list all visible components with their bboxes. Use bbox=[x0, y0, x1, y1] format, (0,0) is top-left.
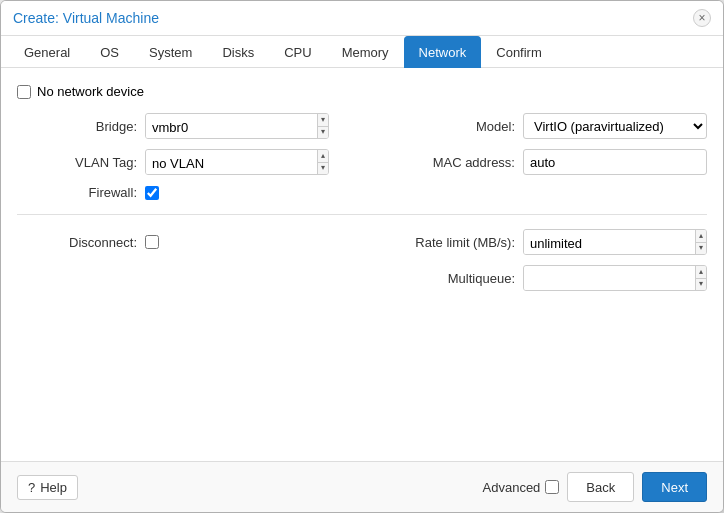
tab-memory[interactable]: Memory bbox=[327, 36, 404, 68]
bridge-select-wrapper[interactable]: ▾ ▾ bbox=[145, 113, 329, 139]
model-select[interactable]: VirtIO (paravirtualized) bbox=[523, 113, 707, 139]
close-button[interactable]: × bbox=[693, 9, 711, 27]
firewall-cell bbox=[145, 186, 329, 200]
mac-input[interactable] bbox=[523, 149, 707, 175]
help-button[interactable]: ? Help bbox=[17, 475, 78, 500]
disconnect-cell bbox=[145, 235, 329, 249]
vlan-spin-btns: ▴ ▾ bbox=[317, 150, 328, 174]
disconnect-label: Disconnect: bbox=[17, 235, 137, 250]
multiqueue-spin-up[interactable]: ▴ bbox=[696, 266, 706, 279]
multiqueue-spinbox[interactable]: ▴ ▾ bbox=[523, 265, 707, 291]
rate-spin-up[interactable]: ▴ bbox=[696, 230, 706, 243]
no-network-checkbox[interactable] bbox=[17, 85, 31, 99]
tab-general[interactable]: General bbox=[9, 36, 85, 68]
bridge-spin-btns: ▾ ▾ bbox=[317, 114, 328, 138]
multiqueue-spin-down[interactable]: ▾ bbox=[696, 279, 706, 291]
network-form: Bridge: ▾ ▾ Model: VirtIO (paravirtualiz… bbox=[17, 113, 707, 291]
vlan-input[interactable] bbox=[146, 150, 317, 175]
vlan-label: VLAN Tag: bbox=[17, 155, 137, 170]
bridge-spin-up[interactable]: ▾ bbox=[318, 114, 328, 127]
footer-left: ? Help bbox=[17, 475, 78, 500]
dialog-title: Create: Virtual Machine bbox=[13, 10, 159, 26]
multiqueue-spin-btns: ▴ ▾ bbox=[695, 266, 706, 290]
rate-label: Rate limit (MB/s): bbox=[375, 235, 515, 250]
model-label: Model: bbox=[375, 119, 515, 134]
no-network-label: No network device bbox=[37, 84, 144, 99]
advanced-checkbox[interactable] bbox=[545, 480, 559, 494]
bridge-spin-down[interactable]: ▾ bbox=[318, 127, 328, 139]
tab-bar: General OS System Disks CPU Memory Netwo… bbox=[1, 36, 723, 68]
rate-input[interactable] bbox=[524, 230, 695, 255]
tab-network[interactable]: Network bbox=[404, 36, 482, 68]
help-icon: ? bbox=[28, 480, 35, 495]
footer-right: Advanced Back Next bbox=[483, 472, 707, 502]
vlan-spinbox[interactable]: ▴ ▾ bbox=[145, 149, 329, 175]
next-button[interactable]: Next bbox=[642, 472, 707, 502]
firewall-checkbox[interactable] bbox=[145, 186, 159, 200]
rate-spin-btns: ▴ ▾ bbox=[695, 230, 706, 254]
tab-os[interactable]: OS bbox=[85, 36, 134, 68]
multiqueue-input[interactable] bbox=[524, 266, 695, 291]
mac-label: MAC address: bbox=[375, 155, 515, 170]
rate-spin-down[interactable]: ▾ bbox=[696, 243, 706, 255]
bridge-label: Bridge: bbox=[17, 119, 137, 134]
title-bar: Create: Virtual Machine × bbox=[1, 1, 723, 36]
tab-system[interactable]: System bbox=[134, 36, 207, 68]
no-network-row: No network device bbox=[17, 84, 707, 99]
create-vm-dialog: Create: Virtual Machine × General OS Sys… bbox=[0, 0, 724, 513]
separator bbox=[17, 214, 707, 215]
tab-disks[interactable]: Disks bbox=[207, 36, 269, 68]
disconnect-checkbox[interactable] bbox=[145, 235, 159, 249]
advanced-label: Advanced bbox=[483, 480, 541, 495]
back-button[interactable]: Back bbox=[567, 472, 634, 502]
advanced-check-label[interactable]: Advanced bbox=[483, 480, 560, 495]
firewall-label: Firewall: bbox=[17, 185, 137, 200]
multiqueue-label: Multiqueue: bbox=[375, 271, 515, 286]
model-select-wrapper[interactable]: VirtIO (paravirtualized) bbox=[523, 113, 707, 139]
vlan-spin-up[interactable]: ▴ bbox=[318, 150, 328, 163]
bridge-input[interactable] bbox=[146, 114, 317, 139]
tab-cpu[interactable]: CPU bbox=[269, 36, 326, 68]
form-content: No network device Bridge: ▾ ▾ Model: Vir… bbox=[1, 68, 723, 461]
vlan-spin-down[interactable]: ▾ bbox=[318, 163, 328, 175]
rate-spinbox[interactable]: ▴ ▾ bbox=[523, 229, 707, 255]
tab-confirm[interactable]: Confirm bbox=[481, 36, 557, 68]
help-label: Help bbox=[40, 480, 67, 495]
footer: ? Help Advanced Back Next bbox=[1, 461, 723, 512]
